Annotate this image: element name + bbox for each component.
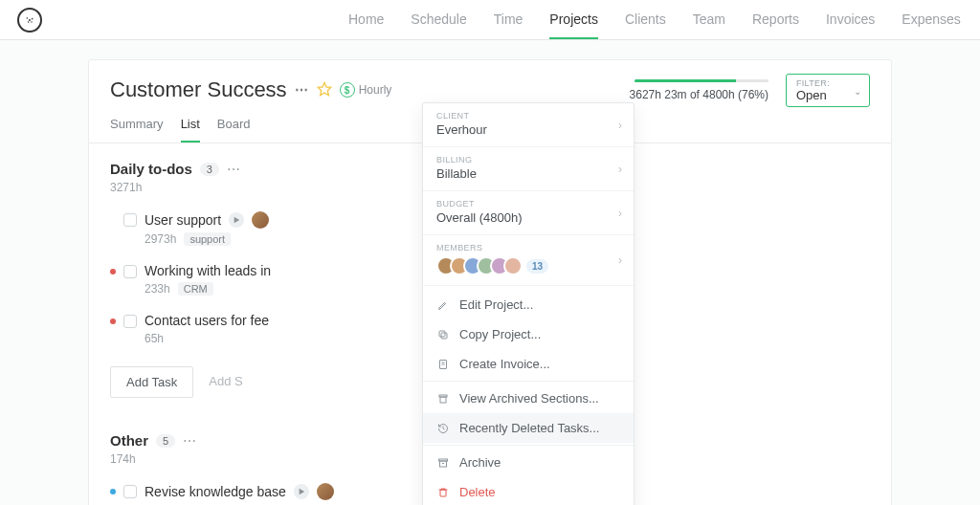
svg-marker-5 [318,82,330,95]
panel-billing-row[interactable]: BILLING Billable › [423,147,634,191]
action-copy-label: Copy Project... [459,327,541,341]
section-title: Other [110,432,148,449]
archive-view-icon [436,393,450,405]
task-checkbox[interactable] [123,315,137,328]
tab-summary[interactable]: Summary [110,117,164,143]
project-title: Customer Success [110,77,287,102]
section-menu-trigger[interactable]: ⋯ [183,433,196,449]
nav-item-projects[interactable]: Projects [549,1,598,39]
action-delete[interactable]: Delete [423,477,634,505]
action-invoice-label: Create Invoice... [459,357,550,371]
separator [423,445,634,446]
tab-list[interactable]: List [181,117,200,143]
section-count: 3 [200,163,219,176]
action-create-invoice[interactable]: Create Invoice... [423,349,634,379]
panel-client-value: Everhour [436,122,620,137]
task-checkbox[interactable] [123,485,137,498]
svg-rect-9 [439,331,445,337]
action-edit-label: Edit Project... [459,297,533,312]
tab-board[interactable]: Board [217,117,251,143]
panel-billing-label: BILLING [436,155,620,165]
chevron-right-icon: › [618,253,622,267]
action-view-archived-sections[interactable]: View Archived Sections... [423,384,634,413]
project-menu-panel: CLIENT Everhour › BILLING Billable › BUD… [422,102,635,505]
add-section-button[interactable]: Add S [205,366,246,398]
task-duration: 65h [145,332,164,345]
progress-summary: 3627h 23m of 4800h (76%) [630,79,768,101]
priority-dot [110,489,116,494]
app-logo[interactable] [17,8,42,33]
action-recently-deleted-tasks[interactable]: Recently Deleted Tasks... [423,413,634,443]
add-task-button[interactable]: Add Task [110,366,193,398]
svg-rect-8 [441,333,447,339]
task-title: User support [145,212,221,228]
history-icon [436,423,450,434]
svg-marker-7 [299,489,304,494]
section-count: 5 [156,434,175,448]
task-checkbox[interactable] [123,265,137,278]
priority-dot [110,269,116,274]
nav-item-team[interactable]: Team [693,1,725,39]
panel-budget-label: BUDGET [436,199,620,209]
svg-rect-18 [440,490,446,496]
archive-icon [436,457,450,469]
separator [423,381,634,382]
task-duration: 233h [145,282,170,296]
trash-icon [436,487,450,498]
nav-item-schedule[interactable]: Schedule [411,1,466,39]
nav-item-expenses[interactable]: Expenses [902,1,960,39]
panel-budget-row[interactable]: BUDGET Overall (4800h) › [423,191,634,235]
filter-value: Open [796,88,842,102]
svg-point-3 [28,21,30,23]
filter-label: FILTER: [796,78,842,88]
task-tag: support [184,232,231,246]
member-extra-count: 13 [526,259,548,274]
billing-type-chip: $ Hourly [340,82,392,98]
task-checkbox[interactable] [123,213,137,227]
assignee-avatar [317,483,334,500]
play-icon[interactable] [229,212,244,228]
nav-item-time[interactable]: Time [494,1,523,39]
action-deleted-label: Recently Deleted Tasks... [459,421,599,435]
svg-point-2 [32,17,33,19]
dollar-icon: $ [340,82,355,98]
action-edit-project[interactable]: Edit Project... [423,290,634,319]
task-title: Contact users for fee [145,313,269,328]
action-delete-label: Delete [459,485,496,499]
svg-rect-14 [440,397,446,403]
nav-item-home[interactable]: Home [348,1,384,39]
chevron-right-icon: › [618,163,622,176]
nav-item-clients[interactable]: Clients [625,1,666,39]
member-avatar [503,256,523,275]
section-title: Daily to-dos [110,161,192,177]
svg-point-4 [31,21,32,22]
chevron-right-icon: › [618,207,622,220]
action-archive[interactable]: Archive [423,448,634,477]
action-archive-label: Archive [459,455,501,470]
copy-icon [436,329,450,340]
action-copy-project[interactable]: Copy Project... [423,319,634,349]
star-icon[interactable] [317,81,332,99]
play-icon[interactable] [294,484,309,499]
assignee-avatar [252,211,269,229]
task-title: Working with leads in [145,263,271,278]
panel-client-row[interactable]: CLIENT Everhour › [423,103,634,147]
section-menu-trigger[interactable]: ⋯ [227,162,240,177]
nav-item-invoices[interactable]: Invoices [826,1,875,39]
action-archived-label: View Archived Sections... [459,391,599,406]
task-tag: CRM [178,282,213,296]
filter-select[interactable]: FILTER: Open ⌄ [786,74,870,107]
svg-point-0 [29,19,31,21]
priority-dot [110,318,116,324]
panel-members-row[interactable]: MEMBERS 13 › [423,235,634,286]
svg-point-1 [27,17,29,19]
task-title: Revise knowledge base [145,484,286,499]
svg-marker-6 [234,217,240,223]
chevron-right-icon: › [618,119,622,132]
panel-client-label: CLIENT [436,111,620,121]
nav-item-reports[interactable]: Reports [752,1,799,39]
project-menu-trigger[interactable]: ⋯ [295,82,309,98]
panel-billing-value: Billable [436,166,620,181]
chevron-down-icon: ⌄ [854,85,861,96]
progress-text: 3627h 23m of 4800h (76%) [630,88,768,101]
